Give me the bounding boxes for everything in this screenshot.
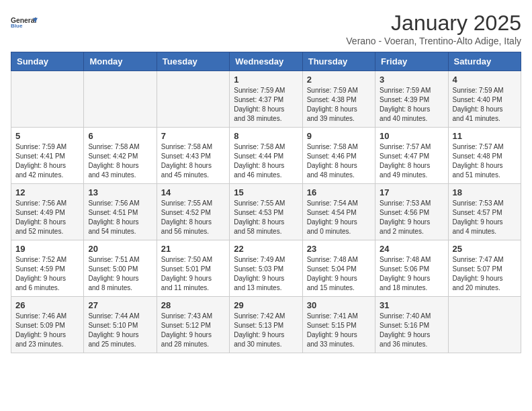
logo: General Blue	[11, 11, 38, 34]
day-number: 2	[307, 75, 371, 85]
day-number: 28	[161, 300, 225, 310]
calendar-cell	[11, 71, 84, 128]
day-number: 31	[380, 300, 443, 310]
calendar-cell: 5Sunrise: 7:59 AM Sunset: 4:41 PM Daylig…	[11, 128, 84, 184]
calendar-cell: 14Sunrise: 7:55 AM Sunset: 4:52 PM Dayli…	[157, 184, 229, 240]
calendar-cell: 30Sunrise: 7:41 AM Sunset: 5:15 PM Dayli…	[302, 297, 375, 353]
calendar-cell: 29Sunrise: 7:42 AM Sunset: 5:13 PM Dayli…	[230, 297, 302, 353]
page-header: General Blue January 2025 Verano - Voera…	[11, 11, 521, 46]
day-number: 19	[15, 244, 79, 254]
day-info: Sunrise: 7:53 AM Sunset: 4:56 PM Dayligh…	[380, 199, 443, 236]
day-number: 7	[161, 131, 225, 141]
svg-text:Blue: Blue	[11, 23, 23, 29]
day-info: Sunrise: 7:43 AM Sunset: 5:12 PM Dayligh…	[161, 312, 225, 349]
calendar-cell: 22Sunrise: 7:49 AM Sunset: 5:03 PM Dayli…	[230, 240, 302, 297]
day-number: 14	[161, 187, 225, 197]
weekday-header-friday: Friday	[375, 52, 448, 71]
day-info: Sunrise: 7:40 AM Sunset: 5:16 PM Dayligh…	[380, 312, 443, 349]
day-info: Sunrise: 7:47 AM Sunset: 5:07 PM Dayligh…	[453, 255, 517, 293]
calendar-cell: 26Sunrise: 7:46 AM Sunset: 5:09 PM Dayli…	[11, 297, 84, 353]
day-number: 9	[307, 131, 371, 141]
day-number: 22	[234, 244, 298, 254]
calendar-cell: 19Sunrise: 7:52 AM Sunset: 4:59 PM Dayli…	[11, 240, 84, 297]
day-number: 17	[380, 187, 443, 197]
calendar-cell: 9Sunrise: 7:58 AM Sunset: 4:46 PM Daylig…	[302, 128, 375, 184]
week-row-5: 26Sunrise: 7:46 AM Sunset: 5:09 PM Dayli…	[11, 297, 521, 353]
logo-icon: General Blue	[11, 11, 38, 32]
calendar-cell: 16Sunrise: 7:54 AM Sunset: 4:54 PM Dayli…	[302, 184, 375, 240]
day-number: 10	[380, 131, 443, 141]
day-info: Sunrise: 7:42 AM Sunset: 5:13 PM Dayligh…	[234, 312, 298, 349]
day-number: 20	[88, 244, 152, 254]
location-title: Verano - Voeran, Trentino-Alto Adige, It…	[346, 36, 521, 46]
calendar-cell: 10Sunrise: 7:57 AM Sunset: 4:47 PM Dayli…	[375, 128, 448, 184]
day-info: Sunrise: 7:41 AM Sunset: 5:15 PM Dayligh…	[307, 312, 371, 349]
day-number: 5	[15, 131, 79, 141]
calendar-cell: 11Sunrise: 7:57 AM Sunset: 4:48 PM Dayli…	[448, 128, 521, 184]
month-title: January 2025	[346, 11, 521, 36]
calendar-cell: 21Sunrise: 7:50 AM Sunset: 5:01 PM Dayli…	[157, 240, 229, 297]
day-info: Sunrise: 7:57 AM Sunset: 4:48 PM Dayligh…	[453, 142, 517, 180]
day-info: Sunrise: 7:46 AM Sunset: 5:09 PM Dayligh…	[15, 312, 79, 349]
calendar-cell: 12Sunrise: 7:56 AM Sunset: 4:49 PM Dayli…	[11, 184, 84, 240]
calendar-cell: 24Sunrise: 7:48 AM Sunset: 5:06 PM Dayli…	[375, 240, 448, 297]
weekday-header-monday: Monday	[84, 52, 157, 71]
calendar-cell	[448, 297, 521, 353]
day-number: 29	[234, 300, 298, 310]
day-info: Sunrise: 7:44 AM Sunset: 5:10 PM Dayligh…	[88, 312, 152, 349]
calendar-cell: 18Sunrise: 7:53 AM Sunset: 4:57 PM Dayli…	[448, 184, 521, 240]
calendar-cell: 7Sunrise: 7:58 AM Sunset: 4:43 PM Daylig…	[157, 128, 229, 184]
day-info: Sunrise: 7:59 AM Sunset: 4:39 PM Dayligh…	[380, 86, 443, 124]
calendar-cell: 2Sunrise: 7:59 AM Sunset: 4:38 PM Daylig…	[302, 71, 375, 128]
week-row-2: 5Sunrise: 7:59 AM Sunset: 4:41 PM Daylig…	[11, 128, 521, 184]
day-info: Sunrise: 7:50 AM Sunset: 5:01 PM Dayligh…	[161, 255, 225, 293]
week-row-4: 19Sunrise: 7:52 AM Sunset: 4:59 PM Dayli…	[11, 240, 521, 297]
calendar-cell: 31Sunrise: 7:40 AM Sunset: 5:16 PM Dayli…	[375, 297, 448, 353]
day-number: 8	[234, 131, 298, 141]
day-number: 24	[380, 244, 443, 254]
title-block: January 2025 Verano - Voeran, Trentino-A…	[346, 11, 521, 46]
day-number: 4	[453, 75, 517, 85]
day-number: 21	[161, 244, 225, 254]
calendar-cell: 20Sunrise: 7:51 AM Sunset: 5:00 PM Dayli…	[84, 240, 157, 297]
weekday-header-tuesday: Tuesday	[157, 52, 229, 71]
day-info: Sunrise: 7:53 AM Sunset: 4:57 PM Dayligh…	[453, 199, 517, 236]
day-number: 12	[15, 187, 79, 197]
day-number: 11	[453, 131, 517, 141]
day-info: Sunrise: 7:59 AM Sunset: 4:37 PM Dayligh…	[234, 86, 298, 124]
day-number: 25	[453, 244, 517, 254]
day-info: Sunrise: 7:48 AM Sunset: 5:06 PM Dayligh…	[380, 255, 443, 293]
day-number: 16	[307, 187, 371, 197]
day-info: Sunrise: 7:58 AM Sunset: 4:42 PM Dayligh…	[88, 142, 152, 180]
day-info: Sunrise: 7:55 AM Sunset: 4:53 PM Dayligh…	[234, 199, 298, 236]
calendar-cell: 8Sunrise: 7:58 AM Sunset: 4:44 PM Daylig…	[230, 128, 302, 184]
day-number: 18	[453, 187, 517, 197]
day-number: 30	[307, 300, 371, 310]
day-number: 15	[234, 187, 298, 197]
day-info: Sunrise: 7:49 AM Sunset: 5:03 PM Dayligh…	[234, 255, 298, 293]
calendar-cell: 28Sunrise: 7:43 AM Sunset: 5:12 PM Dayli…	[157, 297, 229, 353]
day-number: 26	[15, 300, 79, 310]
day-info: Sunrise: 7:48 AM Sunset: 5:04 PM Dayligh…	[307, 255, 371, 293]
calendar-cell: 25Sunrise: 7:47 AM Sunset: 5:07 PM Dayli…	[448, 240, 521, 297]
weekday-header-thursday: Thursday	[302, 52, 375, 71]
calendar-cell: 23Sunrise: 7:48 AM Sunset: 5:04 PM Dayli…	[302, 240, 375, 297]
calendar-cell: 4Sunrise: 7:59 AM Sunset: 4:40 PM Daylig…	[448, 71, 521, 128]
day-info: Sunrise: 7:51 AM Sunset: 5:00 PM Dayligh…	[88, 255, 152, 293]
day-info: Sunrise: 7:59 AM Sunset: 4:38 PM Dayligh…	[307, 86, 371, 124]
day-number: 3	[380, 75, 443, 85]
weekday-header-sunday: Sunday	[11, 52, 84, 71]
calendar-cell: 17Sunrise: 7:53 AM Sunset: 4:56 PM Dayli…	[375, 184, 448, 240]
calendar-cell: 3Sunrise: 7:59 AM Sunset: 4:39 PM Daylig…	[375, 71, 448, 128]
day-info: Sunrise: 7:56 AM Sunset: 4:51 PM Dayligh…	[88, 199, 152, 236]
calendar-cell	[84, 71, 157, 128]
calendar-cell: 15Sunrise: 7:55 AM Sunset: 4:53 PM Dayli…	[230, 184, 302, 240]
calendar-cell: 27Sunrise: 7:44 AM Sunset: 5:10 PM Dayli…	[84, 297, 157, 353]
calendar-cell: 1Sunrise: 7:59 AM Sunset: 4:37 PM Daylig…	[230, 71, 302, 128]
day-info: Sunrise: 7:58 AM Sunset: 4:44 PM Dayligh…	[234, 142, 298, 180]
weekday-header-wednesday: Wednesday	[230, 52, 302, 71]
day-info: Sunrise: 7:59 AM Sunset: 4:40 PM Dayligh…	[453, 86, 517, 124]
day-info: Sunrise: 7:55 AM Sunset: 4:52 PM Dayligh…	[161, 199, 225, 236]
day-number: 23	[307, 244, 371, 254]
day-number: 1	[234, 75, 298, 85]
